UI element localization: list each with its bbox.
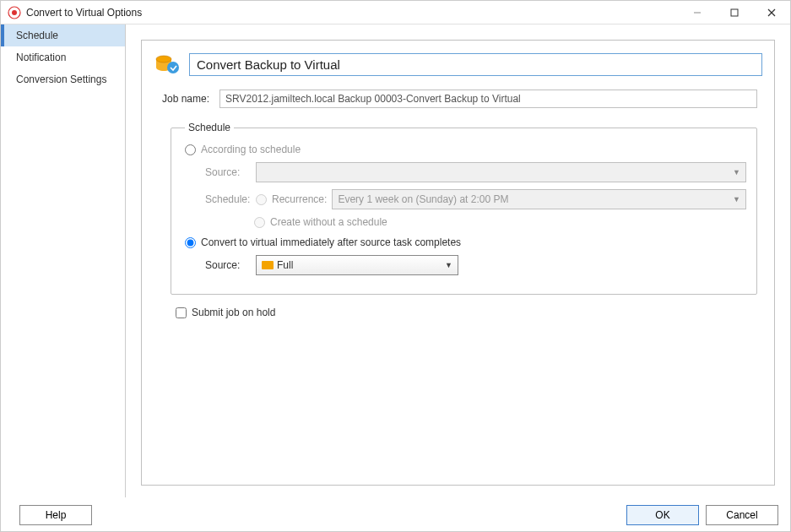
source-row: Source: ▼ [185,162,746,182]
chevron-down-icon: ▼ [733,195,740,204]
chevron-down-icon: ▼ [445,261,452,269]
recurrence-radio[interactable] [256,194,267,205]
svg-point-8 [167,62,179,73]
convert-source-value: Full [277,259,293,271]
according-row: According to schedule [185,144,746,155]
minimize-button[interactable] [679,1,716,24]
folder-icon [262,261,274,269]
convert-source-row: Source: Full ▼ [185,255,746,275]
schedule-sublabel: Schedule: [205,193,256,205]
window-title: Convert to Virtual Options [26,7,679,19]
titlebar: Convert to Virtual Options [1,1,790,24]
submit-on-hold-label: Submit job on hold [192,307,275,318]
chevron-down-icon: ▼ [733,168,740,176]
submit-row: Submit job on hold [176,307,762,318]
window-controls [679,1,790,24]
jobname-label: Job name: [162,93,219,105]
footer: Help OK Cancel [1,497,790,532]
jobname-row: Job name: [162,90,762,108]
sidebar-item-notification[interactable]: Notification [1,46,125,68]
panel-title: Convert Backup to Virtual [189,53,762,76]
schedule-sub-row: Schedule: Recurrence: Every 1 week on (S… [185,189,746,209]
create-without-radio[interactable] [254,217,265,228]
recurrence-value: Every 1 week on (Sunday) at 2:00 PM [338,193,508,205]
help-button[interactable]: Help [19,505,92,525]
source-label: Source: [205,166,256,178]
svg-point-1 [12,10,17,15]
convert-source-select[interactable]: Full ▼ [256,255,458,275]
recurrence-combo[interactable]: Every 1 week on (Sunday) at 2:00 PM ▼ [332,189,746,209]
according-label: According to schedule [201,144,301,155]
convert-source-label: Source: [205,259,256,271]
sidebar-item-schedule[interactable]: Schedule [1,24,125,46]
convert-immediate-label: Convert to virtual immediately after sou… [201,236,461,248]
convert-immediate-row: Convert to virtual immediately after sou… [185,236,746,248]
cancel-button[interactable]: Cancel [706,505,778,525]
sidebar-item-conversion-settings[interactable]: Conversion Settings [1,68,125,90]
according-radio[interactable] [185,144,196,155]
main-area: Schedule Notification Conversion Setting… [1,24,790,497]
schedule-legend: Schedule [185,122,234,133]
footer-left: Help [13,505,620,525]
ok-button[interactable]: OK [626,505,699,525]
submit-on-hold-checkbox[interactable] [176,307,187,318]
close-button[interactable] [753,1,790,24]
panel-header: Convert Backup to Virtual [154,51,762,78]
maximize-button[interactable] [716,1,753,24]
sidebar: Schedule Notification Conversion Setting… [1,24,126,497]
jobname-input[interactable] [219,90,757,108]
schedule-group: Schedule According to schedule Source: ▼… [171,122,757,295]
convert-backup-icon [154,51,181,78]
source-combo[interactable]: ▼ [256,162,746,182]
content: Convert Backup to Virtual Job name: Sche… [126,24,790,497]
svg-rect-3 [731,9,738,16]
create-without-label: Create without a schedule [270,216,387,228]
panel: Convert Backup to Virtual Job name: Sche… [141,40,775,486]
create-without-row: Create without a schedule [185,216,746,228]
app-icon [8,6,21,19]
recurrence-label: Recurrence: [272,193,327,205]
convert-immediate-radio[interactable] [185,237,196,248]
